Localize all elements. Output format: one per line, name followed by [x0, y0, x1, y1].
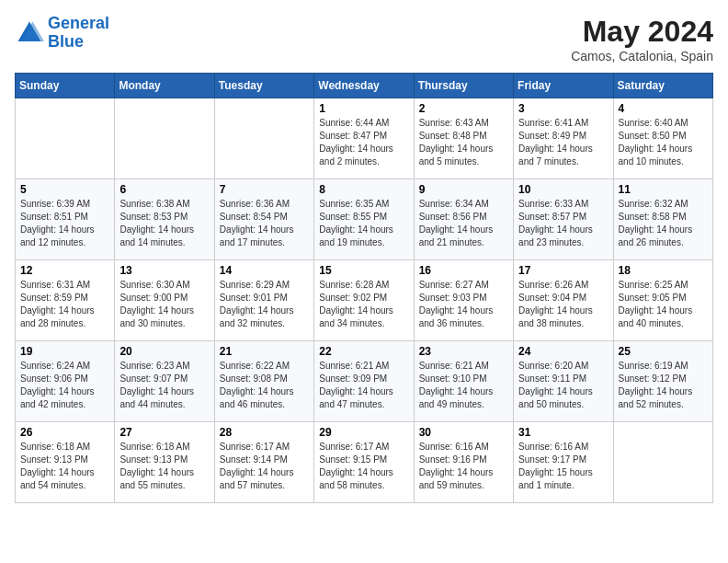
day-number: 30: [419, 426, 508, 439]
day-number: 5: [20, 183, 109, 196]
day-number: 22: [319, 345, 408, 358]
day-info: Sunrise: 6:16 AM Sunset: 9:17 PM Dayligh…: [518, 441, 608, 492]
calendar-cell: 27Sunrise: 6:18 AM Sunset: 9:13 PM Dayli…: [115, 422, 214, 503]
weekday-header: Monday: [115, 74, 214, 98]
weekday-header: Thursday: [414, 74, 513, 98]
day-info: Sunrise: 6:26 AM Sunset: 9:04 PM Dayligh…: [518, 279, 608, 330]
calendar-cell: 15Sunrise: 6:28 AM Sunset: 9:02 PM Dayli…: [314, 260, 414, 341]
calendar-cell: [115, 98, 214, 179]
logo-line2: Blue: [48, 32, 84, 51]
logo-line1: General: [48, 14, 109, 32]
calendar-cell: 29Sunrise: 6:17 AM Sunset: 9:15 PM Dayli…: [314, 422, 414, 503]
month-title: May 2024: [571, 15, 713, 49]
day-info: Sunrise: 6:23 AM Sunset: 9:07 PM Dayligh…: [119, 360, 209, 411]
calendar-cell: [613, 422, 712, 503]
calendar-cell: 22Sunrise: 6:21 AM Sunset: 9:09 PM Dayli…: [314, 341, 414, 422]
day-info: Sunrise: 6:34 AM Sunset: 8:56 PM Dayligh…: [419, 198, 508, 249]
calendar-cell: 4Sunrise: 6:40 AM Sunset: 8:50 PM Daylig…: [613, 98, 712, 179]
weekday-header: Friday: [514, 74, 613, 98]
weekday-header-row: SundayMondayTuesdayWednesdayThursdayFrid…: [16, 74, 713, 98]
calendar-week-row: 19Sunrise: 6:24 AM Sunset: 9:06 PM Dayli…: [16, 341, 713, 422]
day-info: Sunrise: 6:22 AM Sunset: 9:08 PM Dayligh…: [220, 360, 309, 411]
day-info: Sunrise: 6:44 AM Sunset: 8:47 PM Dayligh…: [319, 117, 408, 168]
day-number: 10: [518, 183, 608, 196]
day-info: Sunrise: 6:31 AM Sunset: 8:59 PM Dayligh…: [20, 279, 109, 330]
logo-text: General Blue: [48, 15, 109, 52]
day-number: 28: [220, 426, 309, 439]
day-number: 2: [419, 102, 508, 115]
weekday-header: Sunday: [16, 74, 115, 98]
calendar-week-row: 1Sunrise: 6:44 AM Sunset: 8:47 PM Daylig…: [16, 98, 713, 179]
calendar-cell: 25Sunrise: 6:19 AM Sunset: 9:12 PM Dayli…: [613, 341, 712, 422]
day-number: 26: [20, 426, 109, 439]
day-info: Sunrise: 6:21 AM Sunset: 9:10 PM Dayligh…: [419, 360, 508, 411]
calendar-cell: 10Sunrise: 6:33 AM Sunset: 8:57 PM Dayli…: [514, 179, 613, 260]
day-number: 9: [419, 183, 508, 196]
weekday-header: Tuesday: [214, 74, 313, 98]
day-number: 11: [619, 183, 708, 196]
calendar-cell: 21Sunrise: 6:22 AM Sunset: 9:08 PM Dayli…: [214, 341, 313, 422]
day-info: Sunrise: 6:27 AM Sunset: 9:03 PM Dayligh…: [419, 279, 508, 330]
calendar-cell: 8Sunrise: 6:35 AM Sunset: 8:55 PM Daylig…: [314, 179, 414, 260]
calendar-cell: 1Sunrise: 6:44 AM Sunset: 8:47 PM Daylig…: [314, 98, 414, 179]
day-number: 20: [119, 345, 209, 358]
day-info: Sunrise: 6:38 AM Sunset: 8:53 PM Dayligh…: [119, 198, 209, 249]
day-number: 3: [518, 102, 608, 115]
day-info: Sunrise: 6:39 AM Sunset: 8:51 PM Dayligh…: [20, 198, 109, 249]
calendar-cell: 23Sunrise: 6:21 AM Sunset: 9:10 PM Dayli…: [414, 341, 513, 422]
day-info: Sunrise: 6:25 AM Sunset: 9:05 PM Dayligh…: [619, 279, 708, 330]
calendar-cell: 24Sunrise: 6:20 AM Sunset: 9:11 PM Dayli…: [514, 341, 613, 422]
day-info: Sunrise: 6:20 AM Sunset: 9:11 PM Dayligh…: [518, 360, 608, 411]
calendar-cell: 9Sunrise: 6:34 AM Sunset: 8:56 PM Daylig…: [414, 179, 513, 260]
day-info: Sunrise: 6:36 AM Sunset: 8:54 PM Dayligh…: [220, 198, 309, 249]
weekday-header: Wednesday: [314, 74, 414, 98]
day-info: Sunrise: 6:24 AM Sunset: 9:06 PM Dayligh…: [20, 360, 109, 411]
day-number: 6: [119, 183, 209, 196]
day-info: Sunrise: 6:33 AM Sunset: 8:57 PM Dayligh…: [518, 198, 608, 249]
day-info: Sunrise: 6:17 AM Sunset: 9:15 PM Dayligh…: [319, 441, 408, 492]
calendar-cell: 7Sunrise: 6:36 AM Sunset: 8:54 PM Daylig…: [214, 179, 313, 260]
calendar-cell: 30Sunrise: 6:16 AM Sunset: 9:16 PM Dayli…: [414, 422, 513, 503]
day-number: 17: [518, 264, 608, 277]
logo-icon: [15, 18, 44, 48]
day-number: 7: [220, 183, 309, 196]
calendar-cell: 20Sunrise: 6:23 AM Sunset: 9:07 PM Dayli…: [115, 341, 214, 422]
day-info: Sunrise: 6:30 AM Sunset: 9:00 PM Dayligh…: [119, 279, 209, 330]
day-number: 13: [119, 264, 209, 277]
day-number: 25: [619, 345, 708, 358]
day-info: Sunrise: 6:18 AM Sunset: 9:13 PM Dayligh…: [119, 441, 209, 492]
day-info: Sunrise: 6:18 AM Sunset: 9:13 PM Dayligh…: [20, 441, 109, 492]
day-number: 14: [220, 264, 309, 277]
calendar-cell: 17Sunrise: 6:26 AM Sunset: 9:04 PM Dayli…: [514, 260, 613, 341]
calendar-cell: 5Sunrise: 6:39 AM Sunset: 8:51 PM Daylig…: [16, 179, 115, 260]
calendar-cell: 13Sunrise: 6:30 AM Sunset: 9:00 PM Dayli…: [115, 260, 214, 341]
calendar-cell: 18Sunrise: 6:25 AM Sunset: 9:05 PM Dayli…: [613, 260, 712, 341]
day-info: Sunrise: 6:32 AM Sunset: 8:58 PM Dayligh…: [619, 198, 708, 249]
day-info: Sunrise: 6:21 AM Sunset: 9:09 PM Dayligh…: [319, 360, 408, 411]
day-info: Sunrise: 6:41 AM Sunset: 8:49 PM Dayligh…: [518, 117, 608, 168]
day-number: 18: [619, 264, 708, 277]
day-number: 27: [119, 426, 209, 439]
calendar-cell: 2Sunrise: 6:43 AM Sunset: 8:48 PM Daylig…: [414, 98, 513, 179]
day-info: Sunrise: 6:17 AM Sunset: 9:14 PM Dayligh…: [220, 441, 309, 492]
day-info: Sunrise: 6:29 AM Sunset: 9:01 PM Dayligh…: [220, 279, 309, 330]
calendar-cell: 6Sunrise: 6:38 AM Sunset: 8:53 PM Daylig…: [115, 179, 214, 260]
day-number: 8: [319, 183, 408, 196]
day-number: 12: [20, 264, 109, 277]
day-info: Sunrise: 6:19 AM Sunset: 9:12 PM Dayligh…: [619, 360, 708, 411]
title-block: May 2024 Camos, Catalonia, Spain: [571, 15, 713, 63]
page-header: General Blue May 2024 Camos, Catalonia, …: [15, 15, 713, 63]
day-number: 31: [518, 426, 608, 439]
day-info: Sunrise: 6:16 AM Sunset: 9:16 PM Dayligh…: [419, 441, 508, 492]
day-info: Sunrise: 6:40 AM Sunset: 8:50 PM Dayligh…: [619, 117, 708, 168]
calendar-cell: 16Sunrise: 6:27 AM Sunset: 9:03 PM Dayli…: [414, 260, 513, 341]
day-number: 23: [419, 345, 508, 358]
calendar-cell: 11Sunrise: 6:32 AM Sunset: 8:58 PM Dayli…: [613, 179, 712, 260]
calendar-cell: 3Sunrise: 6:41 AM Sunset: 8:49 PM Daylig…: [514, 98, 613, 179]
calendar-cell: [16, 98, 115, 179]
day-info: Sunrise: 6:28 AM Sunset: 9:02 PM Dayligh…: [319, 279, 408, 330]
day-number: 29: [319, 426, 408, 439]
calendar-cell: 26Sunrise: 6:18 AM Sunset: 9:13 PM Dayli…: [16, 422, 115, 503]
day-number: 15: [319, 264, 408, 277]
day-number: 21: [220, 345, 309, 358]
